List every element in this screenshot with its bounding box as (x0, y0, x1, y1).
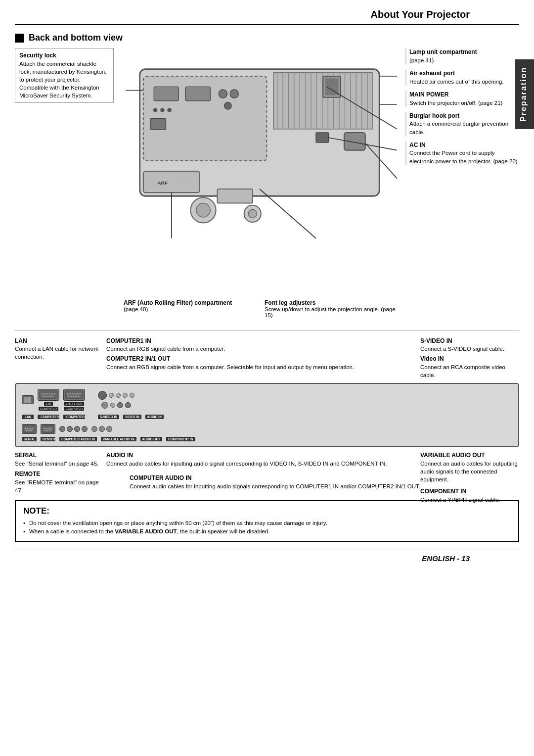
computer2-strip: COMPUTER (63, 415, 85, 419)
svg-point-81 (44, 428, 45, 429)
note-item-2: When a cable is connected to the VARIABL… (23, 527, 511, 536)
computer1in-title: COMPUTER1 IN (106, 337, 413, 345)
svg-point-37 (196, 203, 211, 218)
svg-point-55 (43, 396, 44, 397)
computer1in-label: COMPUTER1 IN Connect an RGB signal cable… (106, 337, 413, 379)
var-audio-in-2 (67, 426, 73, 432)
right-annotations: Lamp unit compartment (page 41) Air exha… (405, 48, 519, 289)
security-lock-text: Attach the commercial shackle lock, manu… (19, 60, 109, 99)
serial-remote-label: SERIAL See "Serial terminal" on page 45.… (15, 451, 99, 504)
bottom-labels: ARF (Auto Rolling Filter) compartment (p… (15, 299, 519, 318)
serial-label: SERIAL See "Serial terminal" on page 45. (15, 451, 99, 468)
pb-port (116, 393, 121, 398)
remote-title: REMOTE (15, 470, 99, 478)
svg-point-84 (51, 428, 52, 429)
svideo-label: S-VIDEO IN Connect a S-VIDEO signal cabl… (420, 337, 519, 379)
component-ports (91, 426, 112, 432)
svg-point-59 (52, 396, 54, 397)
svg-rect-60 (65, 391, 83, 399)
svg-point-39 (248, 209, 257, 218)
variable-audio-out-title: VARIABLE AUDIO OUT (420, 451, 519, 460)
computer1-port-shape (38, 389, 59, 401)
svg-point-77 (26, 430, 27, 431)
arf-text: (page 40) (124, 306, 255, 312)
remote-strip: REMOTE (41, 437, 55, 441)
video-row2 (101, 402, 131, 409)
svg-point-82 (46, 428, 47, 429)
l-audio-port (123, 393, 128, 398)
computer1in-text: Connect an RGB signal cable from a compu… (106, 345, 413, 353)
svg-point-25 (153, 108, 158, 112)
note-item-1: Do not cover the ventilation openings or… (23, 519, 511, 527)
comp-audio-label: AUDIO IN Connect audio cables for inputt… (106, 451, 413, 468)
connector-section: LAN Connect a LAN cable for network conn… (15, 337, 519, 491)
connector-top-labels: LAN Connect a LAN cable for network conn… (15, 337, 519, 379)
var-audio-out-2 (82, 426, 88, 432)
svg-point-70 (76, 396, 77, 397)
svg-rect-48 (40, 391, 57, 399)
svg-point-58 (50, 396, 51, 397)
ac-in-title: AC IN (409, 141, 519, 149)
audio-in-port-1 (117, 402, 123, 408)
component-port-1 (91, 426, 97, 432)
burglar-hook-text: Attach a commercial burglar prevention c… (409, 120, 519, 136)
page-footer: ENGLISH - 13 (15, 550, 519, 567)
air-exhaust-annotation: Air exhaust port Heated air comes out of… (405, 69, 519, 86)
remote-label: REMOTE See "REMOTE terminal" on page 47. (15, 470, 99, 494)
svg-point-62 (70, 393, 71, 395)
computer2-port-shape (63, 389, 85, 401)
font-leg-title: Font leg adjusters (265, 299, 396, 306)
audio-in-title: COMPUTER AUDIO IN (130, 474, 420, 482)
svg-point-73 (25, 428, 26, 429)
svg-point-74 (27, 428, 29, 429)
r-audio-port (130, 393, 134, 398)
computer2-port: 2 IN / 1 OUT COMPUTER (63, 389, 85, 411)
lan-title: LAN (15, 337, 99, 345)
svg-point-22 (219, 90, 227, 98)
svg-point-51 (46, 393, 48, 395)
component-in-text: Connect a YPBPR signal cable. (420, 496, 519, 504)
computer1-port-label: 1 IN (44, 402, 52, 406)
svideo-strip: S-VIDEO IN (98, 415, 119, 419)
ac-in-text: Connect the Power cord to supply electro… (409, 149, 519, 165)
svg-point-65 (77, 393, 79, 395)
svg-point-79 (31, 430, 32, 431)
left-annotations: Security lock Attach the commercial shac… (15, 48, 114, 289)
connector-labels-row: LAN COMPUTER COMPUTER S-VIDEO IN VIDEO I… (22, 415, 512, 419)
lan-port-shape (22, 395, 34, 404)
comp-audio-title: AUDIO IN (106, 451, 413, 460)
svg-point-56 (45, 396, 46, 397)
component-in-strip: COMPONENT IN (166, 437, 195, 441)
component-port-2 (99, 426, 105, 432)
lan-label: LAN Connect a LAN cable for network conn… (15, 337, 99, 379)
svg-point-78 (28, 430, 30, 431)
footer-text: ENGLISH - 13 (422, 554, 470, 563)
svg-point-49 (42, 393, 43, 395)
svg-rect-20 (154, 87, 178, 101)
svg-point-26 (160, 108, 165, 112)
videoin-text: Connect an RCA composite video cable. (420, 363, 519, 379)
lan-strip: LAN (22, 415, 34, 419)
svg-rect-35 (218, 189, 253, 203)
burglar-hook-annotation: Burglar hook port Attach a commercial bu… (405, 112, 519, 136)
svideo-text: Connect a S-VIDEO signal cable. (420, 345, 519, 353)
arf-label: ARF (Auto Rolling Filter) compartment (p… (124, 299, 255, 318)
svg-point-87 (49, 430, 51, 431)
connector-row-2 (22, 424, 512, 434)
svg-point-75 (30, 428, 31, 429)
svg-rect-33 (143, 171, 200, 192)
computer1-port: 1 IN COMPUTER (38, 389, 59, 411)
svg-rect-32 (316, 133, 329, 142)
section-title: Back and bottom view (29, 33, 123, 43)
svideo-ports (98, 391, 134, 400)
section-heading: Back and bottom view (15, 33, 519, 43)
svg-point-63 (72, 393, 74, 395)
page-header: About Your Projector (15, 0, 519, 25)
serial-title: SERIAL (15, 451, 99, 460)
component-in-label: COMPONENT IN Connect a YPBPR signal cabl… (420, 487, 519, 504)
remote-port-shape (41, 424, 55, 434)
svg-point-52 (49, 393, 50, 395)
svg-point-83 (48, 428, 50, 429)
svideo-port-shape (98, 391, 107, 400)
connector-panel: 1 IN COMPUTER (15, 383, 519, 447)
